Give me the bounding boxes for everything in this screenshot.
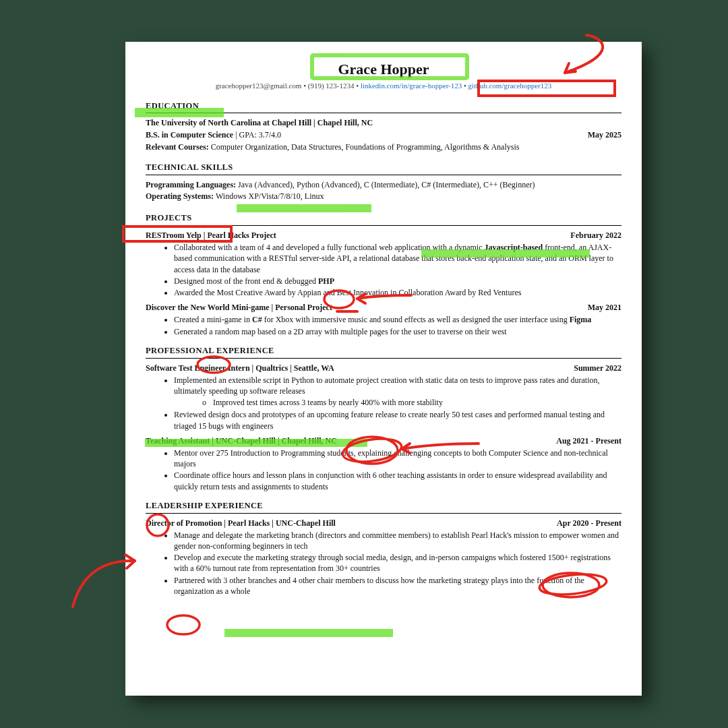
project1-heading: RESTroom Yelp | Pearl Hacks Project: [146, 230, 276, 241]
list-item: Mentor over 275 Introduction to Programm…: [174, 448, 621, 469]
list-item: Improved test times across 3 teams by ne…: [202, 397, 621, 408]
list-item: Reviewed design docs and prototypes of a…: [174, 409, 621, 431]
exp1-bullets: Implemented an extensible script in Pyth…: [146, 375, 621, 431]
lead1-bullets: Manage and delegate the marketing branch…: [146, 530, 621, 597]
exp2-bullets: Mentor over 275 Introduction to Programm…: [146, 448, 621, 492]
project2-bullets: Created a mini-game in C# for Xbox with …: [146, 314, 621, 336]
list-item: Created a mini-game in C# for Xbox with …: [174, 314, 621, 325]
exp1-date: Summer 2022: [567, 363, 621, 373]
exp2-date: Aug 2021 - Present: [549, 435, 621, 446]
list-item: Coordinate office hours and lesson plans…: [174, 470, 621, 491]
section-experience-title: PROFESSIONAL EXPERIENCE: [146, 345, 621, 357]
skills-languages: Programming Languages: Java (Advanced), …: [146, 179, 621, 190]
exp1-subbullets: Improved test times across 3 teams by ne…: [174, 397, 621, 408]
project2-date: May 2021: [581, 302, 621, 313]
separator: •: [356, 82, 361, 90]
list-item: Designed most of the front end & debugge…: [174, 276, 621, 286]
lead1-heading: Director of Promotion | Pearl Hacks | UN…: [146, 518, 336, 528]
list-item: Develop and execute the marketing strate…: [174, 552, 621, 574]
list-item: Awarded the Most Creative Award by Appia…: [174, 287, 621, 298]
education-date: May 2025: [581, 129, 621, 140]
section-projects-title: PROJECTS: [146, 212, 621, 224]
education-courses: Relevant Courses: Computer Organization,…: [146, 142, 621, 152]
divider: [146, 175, 621, 175]
lead1-date: Apr 2020 - Present: [550, 518, 621, 528]
separator: •: [464, 82, 468, 90]
project1-date: February 2022: [564, 230, 621, 241]
divider: [146, 113, 621, 113]
list-item: Implemented an extensible script in Pyth…: [174, 375, 621, 396]
exp1-heading: Software Test Engineer Intern | Qualtric…: [146, 363, 334, 373]
contact-line: gracehopper123@gmail.com • (919) 123-123…: [146, 81, 621, 91]
project2-heading: Discover the New World Mini-game | Perso…: [146, 302, 332, 313]
list-item: Collaborated with a team of 4 and develo…: [174, 242, 621, 275]
github-link[interactable]: github.com/gracehopper123: [468, 82, 552, 90]
education-degree: B.S. in Computer Science | GPA: 3.7/4.0: [146, 129, 281, 140]
divider: [146, 225, 621, 226]
section-skills-title: TECHNICAL SKILLS: [146, 162, 621, 173]
contact-phone: (919) 123-1234: [308, 82, 355, 90]
section-education-title: EDUCATION: [146, 100, 621, 112]
resume-page: Grace Hopper gracehopper123@gmail.com • …: [125, 42, 642, 696]
person-name: Grace Hopper: [146, 59, 621, 80]
education-school: The University of North Carolina at Chap…: [146, 117, 373, 128]
linkedin-link[interactable]: linkedin.com/in/grace-hopper-123: [361, 82, 462, 90]
exp2-heading: Teaching Assistant | UNC-Chapel Hill | C…: [146, 435, 337, 446]
separator: •: [303, 82, 308, 90]
divider: [146, 358, 621, 359]
section-leadership-title: LEADERSHIP EXPERIENCE: [146, 500, 621, 512]
divider: [146, 513, 621, 514]
list-item: Manage and delegate the marketing branch…: [174, 530, 621, 551]
contact-email: gracehopper123@gmail.com: [216, 82, 302, 90]
skills-os: Operating Systems: Windows XP/Vista/7/8/…: [146, 191, 621, 202]
list-item: Partnered with 3 other branches and 4 ot…: [174, 575, 621, 597]
list-item: Generated a random map based on a 2D arr…: [174, 326, 621, 337]
project1-bullets: Collaborated with a team of 4 and develo…: [146, 242, 621, 298]
